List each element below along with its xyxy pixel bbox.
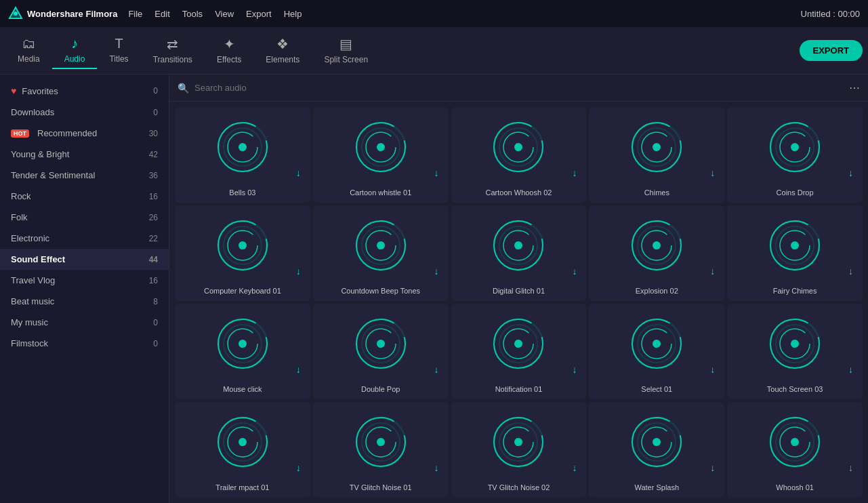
sidebar-item-my-music[interactable]: My music0 [0, 312, 169, 333]
audio-title-digital-glitch-01: Digital Glitch 01 [493, 286, 545, 296]
download-icon-tv-glitch-noise-01[interactable]: ↓ [434, 462, 439, 473]
audio-thumbnail-select-01: ♪ ↓ [594, 309, 719, 379]
audio-thumbnail-cartoon-whoosh-02: ♪ ↓ [457, 113, 581, 182]
sidebar-item-electronic[interactable]: Electronic22 [0, 228, 169, 249]
audio-card-select-01[interactable]: ♪ ↓Select 01 [589, 304, 724, 399]
audio-title-cartoon-whoosh-02: Cartoon Whoosh 02 [486, 188, 552, 197]
sidebar-item-tender-sentimental[interactable]: Tender & Sentimental36 [0, 165, 169, 186]
audio-card-touch-screen-03[interactable]: ♪ ↓Touch Screen 03 [727, 304, 863, 399]
grid-toggle-icon[interactable]: ⋯ [849, 81, 860, 94]
audio-title-touch-screen-03: Touch Screen 03 [767, 384, 823, 394]
download-icon-explosion-02[interactable]: ↓ [710, 266, 715, 277]
audio-card-chimes[interactable]: ♪ ↓Chimes [589, 107, 724, 203]
toolbar-item-elements[interactable]: ❖Elements [253, 32, 312, 70]
audio-card-explosion-02[interactable]: ♪ ↓Explosion 02 [589, 205, 724, 301]
download-icon-digital-glitch-01[interactable]: ↓ [572, 266, 577, 277]
download-icon-cartoon-whoosh-02[interactable]: ↓ [572, 167, 577, 178]
app-logo: Wondershare Filmora [8, 6, 117, 21]
audio-card-coins-drop[interactable]: ♪ ↓Coins Drop [727, 107, 863, 203]
audio-card-cartoon-whoosh-02[interactable]: ♪ ↓Cartoon Whoosh 02 [451, 107, 587, 203]
toolbar-item-titles[interactable]: TTitles [97, 32, 140, 69]
sidebar-label-tender-sentimental: Tender & Sentimental [11, 170, 95, 180]
download-icon-bells-03[interactable]: ↓ [296, 167, 301, 178]
audio-thumbnail-countdown-beep-tones: ♪ ↓ [318, 211, 443, 281]
menu-item-file[interactable]: File [128, 9, 142, 19]
export-button[interactable]: EXPORT [800, 40, 863, 61]
toolbar-item-split-screen[interactable]: ▤Split Screen [312, 32, 380, 70]
download-icon-coins-drop[interactable]: ↓ [848, 167, 853, 178]
download-icon-countdown-beep-tones[interactable]: ↓ [434, 266, 439, 277]
download-icon-notification-01[interactable]: ↓ [572, 364, 577, 375]
svg-text:♪: ♪ [653, 139, 660, 154]
audio-card-digital-glitch-01[interactable]: ♪ ↓Digital Glitch 01 [451, 205, 587, 301]
menu-item-help[interactable]: Help [284, 9, 302, 19]
download-icon-water-splash[interactable]: ↓ [710, 462, 715, 473]
download-icon-whoosh-01[interactable]: ↓ [848, 462, 853, 473]
audio-thumbnail-mouse-click: ♪ ↓ [180, 309, 305, 379]
search-input[interactable] [194, 83, 844, 93]
svg-text:♪: ♪ [791, 336, 798, 350]
sidebar-item-sound-effect[interactable]: Sound Effect44 [0, 249, 169, 270]
menu-item-export[interactable]: Export [246, 9, 272, 19]
sidebar-item-folk[interactable]: Folk26 [0, 207, 169, 228]
audio-panel: 🔍 ⋯ ♪ ↓Bells 03 ♪ ↓Cartoon whistle 01 [169, 75, 868, 503]
sidebar-item-filmstock[interactable]: Filmstock0 [0, 333, 169, 354]
audio-card-double-pop[interactable]: ♪ ↓Double Pop [313, 304, 449, 399]
audio-card-mouse-click[interactable]: ♪ ↓Mouse click [175, 304, 310, 399]
audio-card-cartoon-whistle-01[interactable]: ♪ ↓Cartoon whistle 01 [313, 107, 449, 203]
sidebar-item-beat-music[interactable]: Beat music8 [0, 291, 169, 312]
audio-card-whoosh-01[interactable]: ♪ ↓Whoosh 01 [727, 402, 863, 498]
download-icon-cartoon-whistle-01[interactable]: ↓ [434, 167, 439, 178]
sidebar-count-filmstock: 0 [153, 339, 158, 348]
sidebar-item-left-recommended: HOTRecommended [11, 128, 97, 138]
audio-thumbnail-touch-screen-03: ♪ ↓ [732, 309, 857, 379]
svg-text:♪: ♪ [239, 336, 246, 350]
audio-card-countdown-beep-tones[interactable]: ♪ ↓Countdown Beep Tones [313, 205, 449, 301]
audio-title-water-splash: Water Splash [634, 483, 679, 492]
audio-card-notification-01[interactable]: ♪ ↓Notification 01 [451, 304, 587, 399]
sidebar-item-downloads[interactable]: Downloads0 [0, 102, 169, 123]
audio-title-double-pop: Double Pop [361, 384, 400, 394]
sidebar-item-left-travel-vlog: Travel Vlog [11, 275, 55, 285]
sidebar-item-travel-vlog[interactable]: Travel Vlog16 [0, 270, 169, 291]
menu-item-edit[interactable]: Edit [154, 9, 169, 19]
download-icon-select-01[interactable]: ↓ [710, 364, 715, 375]
download-icon-double-pop[interactable]: ↓ [434, 364, 439, 375]
audio-card-computer-keyboard-01[interactable]: ♪ ↓Computer Keyboard 01 [175, 205, 310, 301]
sidebar-item-left-beat-music: Beat music [11, 296, 54, 306]
svg-text:♪: ♪ [239, 237, 246, 252]
sidebar-item-recommended[interactable]: HOTRecommended30 [0, 123, 169, 144]
toolbar-item-effects[interactable]: ✦Effects [205, 32, 253, 70]
download-icon-chimes[interactable]: ↓ [710, 167, 715, 178]
toolbar-label-elements: Elements [266, 55, 299, 64]
sidebar-count-young-bright: 42 [149, 150, 158, 159]
menu-item-tools[interactable]: Tools [182, 9, 203, 19]
audio-card-tv-glitch-noise-01[interactable]: ♪ ↓TV Glitch Noise 01 [313, 402, 449, 498]
download-icon-computer-keyboard-01[interactable]: ↓ [296, 266, 301, 277]
audio-card-water-splash[interactable]: ♪ ↓Water Splash [589, 402, 724, 498]
menu-item-view[interactable]: View [215, 9, 234, 19]
sidebar-item-favorites[interactable]: ♥Favorites0 [0, 80, 169, 102]
download-icon-trailer-mpact-01[interactable]: ↓ [296, 462, 301, 473]
download-icon-fairy-chimes[interactable]: ↓ [848, 266, 853, 277]
audio-card-fairy-chimes[interactable]: ♪ ↓Fairy Chimes [727, 205, 863, 301]
sidebar-count-beat-music: 8 [153, 297, 158, 306]
toolbar-item-media[interactable]: 🗂Media [5, 32, 52, 69]
svg-text:♪: ♪ [377, 237, 384, 252]
download-icon-mouse-click[interactable]: ↓ [296, 364, 301, 375]
audio-title-explosion-02: Explosion 02 [636, 286, 678, 296]
toolbar-label-titles: Titles [109, 54, 128, 64]
audio-thumbnail-water-splash: ♪ ↓ [594, 407, 719, 477]
audio-card-trailer-mpact-01[interactable]: ♪ ↓Trailer mpact 01 [175, 402, 310, 498]
menu-bar: FileEditToolsViewExportHelp [128, 9, 302, 19]
audio-card-bells-03[interactable]: ♪ ↓Bells 03 [175, 107, 310, 203]
sidebar-item-young-bright[interactable]: Young & Bright42 [0, 144, 169, 165]
download-icon-touch-screen-03[interactable]: ↓ [848, 364, 853, 375]
download-icon-tv-glitch-noise-02[interactable]: ↓ [572, 462, 577, 473]
sidebar-item-rock[interactable]: Rock16 [0, 186, 169, 207]
svg-text:♪: ♪ [515, 434, 522, 449]
audio-card-tv-glitch-noise-02[interactable]: ♪ ↓TV Glitch Noise 02 [451, 402, 587, 498]
app-name: Wondershare Filmora [27, 9, 117, 19]
toolbar-item-audio[interactable]: ♪Audio [52, 32, 98, 69]
toolbar-item-transitions[interactable]: ⇄Transitions [141, 32, 205, 70]
